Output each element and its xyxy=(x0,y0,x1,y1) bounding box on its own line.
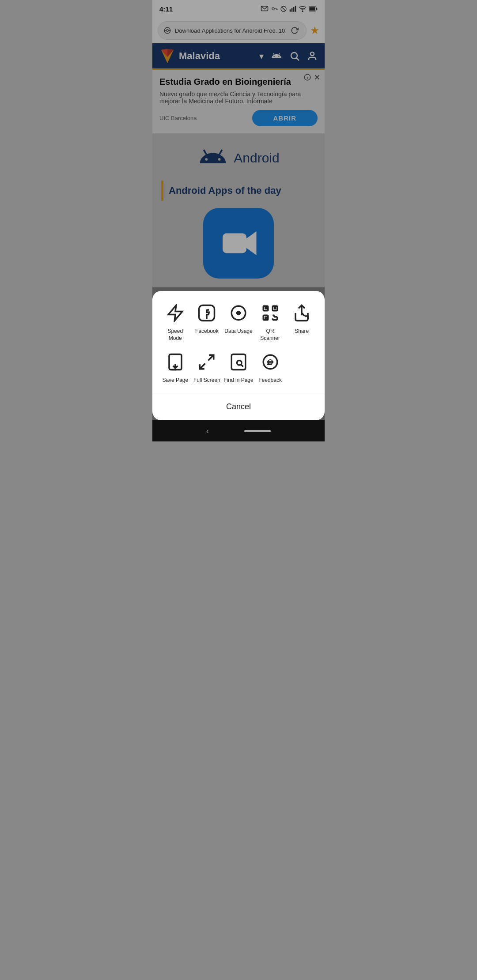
full-screen-label: Full Screen xyxy=(193,377,220,384)
sheet-row-1: Speed Mode Facebook Data Usage xyxy=(159,302,318,342)
share-item[interactable]: Share xyxy=(286,302,317,342)
qr-scanner-item[interactable]: QR Scanner xyxy=(255,302,286,342)
full-screen-item[interactable]: Full Screen xyxy=(191,351,222,384)
facebook-icon xyxy=(195,302,218,324)
facebook-label: Facebook xyxy=(195,328,219,335)
home-pill[interactable] xyxy=(244,430,271,432)
save-page-icon xyxy=(164,351,187,373)
facebook-item[interactable]: Facebook xyxy=(191,302,222,342)
svg-line-52 xyxy=(241,365,243,367)
svg-rect-50 xyxy=(231,354,246,370)
svg-line-49 xyxy=(200,364,205,369)
share-icon xyxy=(290,302,313,324)
svg-rect-37 xyxy=(273,307,276,309)
android-nav-bar: ‹ xyxy=(152,420,325,441)
cancel-button[interactable]: Cancel xyxy=(159,393,318,420)
speed-mode-icon xyxy=(164,302,187,324)
svg-point-32 xyxy=(236,311,241,316)
find-in-page-icon xyxy=(227,351,250,373)
speed-mode-label: Speed Mode xyxy=(167,328,183,342)
save-page-item[interactable]: Save Page xyxy=(160,351,191,384)
qr-scanner-icon xyxy=(259,302,282,324)
save-page-label: Save Page xyxy=(162,377,188,384)
svg-rect-36 xyxy=(264,307,266,309)
feedback-label: Feedback xyxy=(258,377,282,384)
back-button[interactable]: ‹ xyxy=(206,426,209,436)
find-in-page-label: Find in Page xyxy=(223,377,253,384)
feedback-icon xyxy=(259,351,282,373)
svg-rect-38 xyxy=(264,317,266,319)
data-usage-item[interactable]: Data Usage xyxy=(223,302,254,342)
data-usage-label: Data Usage xyxy=(224,328,252,335)
speed-mode-item[interactable]: Speed Mode xyxy=(160,302,191,342)
bottom-sheet: Speed Mode Facebook Data Usage xyxy=(152,291,325,420)
full-screen-icon xyxy=(195,351,218,373)
qr-scanner-label: QR Scanner xyxy=(260,328,280,342)
feedback-item[interactable]: Feedback xyxy=(255,351,286,384)
share-label: Share xyxy=(295,328,309,335)
find-in-page-item[interactable]: Find in Page xyxy=(223,351,254,384)
svg-marker-29 xyxy=(168,305,182,321)
svg-point-51 xyxy=(237,361,242,366)
data-usage-icon xyxy=(227,302,250,324)
svg-line-48 xyxy=(208,355,214,361)
sheet-row-2: Save Page Full Screen xyxy=(159,351,318,384)
